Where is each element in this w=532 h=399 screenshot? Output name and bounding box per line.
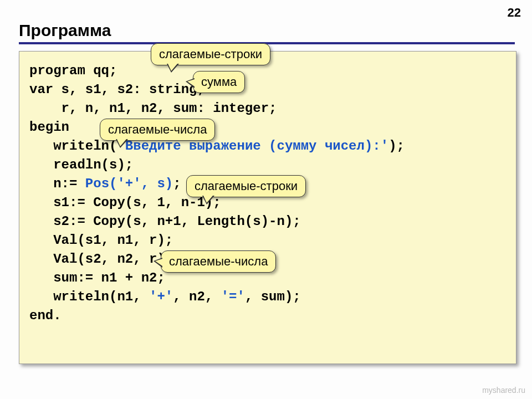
code-line: end. [29,308,62,323]
callout-sum: сумма [193,71,245,93]
page-number: 22 [508,6,521,20]
code-line: writeln( [29,139,117,154]
callout-addends-strings-mid: слагаемые-строки [186,175,306,197]
code-line: readln(s); [29,157,133,172]
code-line: s1:= Copy(s, 1, n-1); [29,195,221,210]
callout-addends-numbers-bot: слагаемые-числа [161,250,276,273]
code-line: , n2, [173,289,221,304]
code-line: n:= [29,176,85,191]
code-line: Val(s1, n1, r); [29,233,173,248]
code-string: '+' [149,289,173,304]
code-line: begin [29,120,69,135]
code-line: program qq; [29,63,117,78]
callout-addends-numbers-top: слагаемые-числа [100,119,215,141]
callout-addends-strings-top: слагаемые-строки [151,43,270,65]
code-line: ); [388,139,405,154]
code-line: ; [173,176,181,191]
code-line: s2:= Copy(s, n+1, Length(s)-n); [29,214,301,229]
code-string: '=' [221,289,245,304]
code-block: program qq; var s, s1, s2: string; r, n,… [19,51,516,364]
code-line: writeln(n1, [29,289,149,304]
watermark: myshared.ru [482,386,525,395]
code-string: 'Введите выражение (сумму чисел):' [117,139,388,154]
code-line: , sum); [245,289,301,304]
code-line: Val(s2, n2, r); [29,252,173,267]
code-fn: Pos('+', s) [85,176,173,191]
code-line: sum:= n1 + n2; [29,270,165,285]
slide-title: Программа [19,21,515,44]
code-line: r, n, n1, n2, sum: integer; [29,101,277,116]
code-line: var s, s1, s2: string; [29,82,205,97]
